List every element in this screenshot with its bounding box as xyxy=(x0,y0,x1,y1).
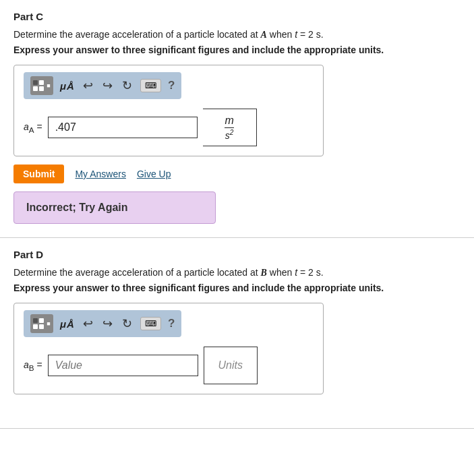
part-c-give-up-link[interactable]: Give Up xyxy=(137,169,171,179)
part-c-action-row: Submit My Answers Give Up xyxy=(13,165,461,183)
part-d-answer-label: aB = xyxy=(24,359,42,372)
part-d-action-row: Submit xyxy=(13,403,461,415)
part-c-keyboard-btn[interactable]: ⌨ xyxy=(140,79,161,92)
part-c-units-fraction: m s2 xyxy=(225,114,233,142)
part-d-refresh-btn[interactable]: ↻ xyxy=(121,316,134,331)
part-c-question-end: when t = 2 s. xyxy=(267,29,324,40)
part-d-label: Part D xyxy=(13,249,461,260)
part-c-toolbar: ■ μÅ ↩ ↪ ↻ ⌨ ? xyxy=(24,72,181,99)
part-c-units-numerator: m xyxy=(225,114,233,128)
part-d-redo-btn[interactable]: ↪ xyxy=(101,316,114,331)
part-d-units-box: Units xyxy=(204,347,258,384)
part-d-instruction: Express your answer to three significant… xyxy=(13,282,461,293)
part-d-input-row: aB = Units xyxy=(24,347,314,384)
part-c-undo-btn[interactable]: ↩ xyxy=(82,78,94,93)
part-d-keyboard-btn[interactable]: ⌨ xyxy=(140,317,161,330)
part-c-units-denominator: s2 xyxy=(225,129,234,141)
part-d-units-placeholder: Units xyxy=(218,359,242,371)
part-c-redo-btn[interactable]: ↪ xyxy=(101,78,114,93)
part-c-submit-btn[interactable]: Submit xyxy=(13,165,64,183)
part-c-grid-icon[interactable]: ■ xyxy=(30,76,53,95)
part-c-question: Determine the average acceleration of a … xyxy=(13,29,461,40)
part-c-units-box: m s2 xyxy=(203,109,257,146)
part-c-answer-box: ■ μÅ ↩ ↪ ↻ ⌨ ? aA = m s2 xyxy=(13,65,324,156)
part-c-value-input[interactable] xyxy=(48,117,198,138)
part-c-label: Part C xyxy=(13,11,461,22)
part-d-point: B xyxy=(261,268,267,278)
part-c-my-answers-link[interactable]: My Answers xyxy=(75,169,125,179)
part-d-question: Determine the average acceleration of a … xyxy=(13,267,461,278)
part-c-instruction: Express your answer to three significant… xyxy=(13,44,461,55)
part-d-answer-box: ■ μÅ ↩ ↪ ↻ ⌨ ? aB = Units xyxy=(13,303,324,394)
part-d-section: Part D Determine the average acceleratio… xyxy=(0,238,474,429)
part-d-question-end: when t = 2 s. xyxy=(267,267,324,278)
part-c-refresh-btn[interactable]: ↻ xyxy=(121,78,134,93)
part-c-answer-label: aA = xyxy=(24,121,42,134)
part-c-feedback-banner: Incorrect; Try Again xyxy=(13,191,216,224)
part-d-question-text: Determine the average acceleration of a … xyxy=(13,267,261,278)
part-c-section: Part C Determine the average acceleratio… xyxy=(0,0,474,238)
part-c-help-btn[interactable]: ? xyxy=(168,79,175,92)
part-d-undo-btn[interactable]: ↩ xyxy=(82,316,94,331)
part-d-help-btn[interactable]: ? xyxy=(168,317,175,330)
part-c-mu-label[interactable]: μÅ xyxy=(60,80,75,92)
part-d-mu-label[interactable]: μÅ xyxy=(60,318,75,330)
part-d-value-input[interactable] xyxy=(48,355,198,376)
part-c-point: A xyxy=(261,30,267,40)
part-c-question-text: Determine the average acceleration of a … xyxy=(13,29,261,40)
part-c-input-row: aA = m s2 xyxy=(24,109,314,146)
part-d-grid-icon[interactable]: ■ xyxy=(30,314,53,333)
part-c-feedback-text: Incorrect; Try Again xyxy=(26,202,128,213)
part-d-toolbar: ■ μÅ ↩ ↪ ↻ ⌨ ? xyxy=(24,310,181,337)
